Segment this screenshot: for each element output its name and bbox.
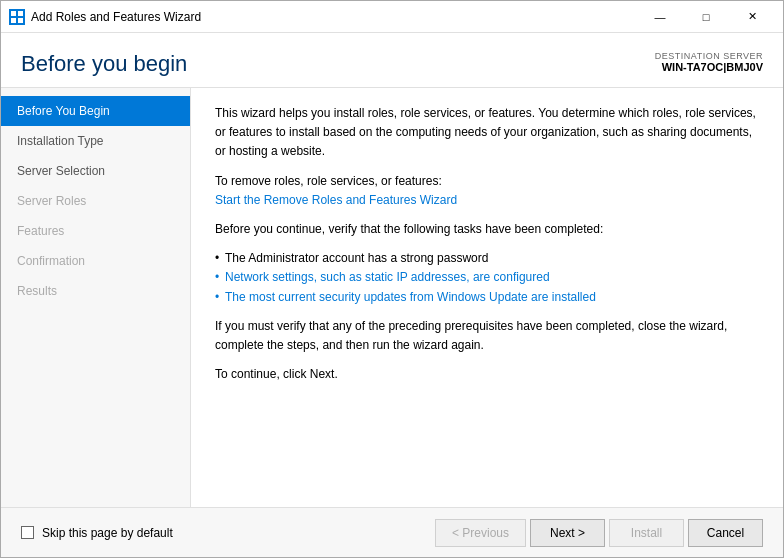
prerequisite-note: If you must verify that any of the prece… [215, 317, 759, 355]
maximize-button[interactable]: □ [683, 3, 729, 31]
sidebar-item-server-selection[interactable]: Server Selection [1, 156, 190, 186]
verify-paragraph: Before you continue, verify that the fol… [215, 220, 759, 239]
skip-page-label: Skip this page by default [42, 526, 173, 540]
wizard-window: Add Roles and Features Wizard — □ ✕ Befo… [0, 0, 784, 558]
bullet-item-1: The Administrator account has a strong p… [215, 249, 759, 268]
previous-button[interactable]: < Previous [435, 519, 526, 547]
svg-rect-2 [11, 18, 16, 23]
page-title: Before you begin [21, 51, 187, 77]
install-button[interactable]: Install [609, 519, 684, 547]
wizard-sidebar: Before You Begin Installation Type Serve… [1, 88, 191, 507]
remove-link[interactable]: Start the Remove Roles and Features Wiza… [215, 193, 457, 207]
cancel-button[interactable]: Cancel [688, 519, 763, 547]
wizard-footer: Skip this page by default < Previous Nex… [1, 507, 783, 557]
minimize-button[interactable]: — [637, 3, 683, 31]
sidebar-item-results: Results [1, 276, 190, 306]
footer-buttons: < Previous Next > Install Cancel [435, 519, 763, 547]
wizard-header: Before you begin DESTINATION SERVER WIN-… [1, 33, 783, 88]
close-button[interactable]: ✕ [729, 3, 775, 31]
app-icon [9, 9, 25, 25]
skip-page-checkbox[interactable] [21, 526, 34, 539]
svg-rect-1 [18, 11, 23, 16]
sidebar-item-installation-type[interactable]: Installation Type [1, 126, 190, 156]
destination-server-info: DESTINATION SERVER WIN-TA7OC|BMJ0V [655, 51, 763, 73]
sidebar-item-features: Features [1, 216, 190, 246]
svg-rect-0 [11, 11, 16, 16]
sidebar-item-confirmation: Confirmation [1, 246, 190, 276]
sidebar-item-server-roles: Server Roles [1, 186, 190, 216]
bullet-item-2: Network settings, such as static IP addr… [215, 268, 759, 287]
continue-note: To continue, click Next. [215, 365, 759, 384]
content-area: This wizard helps you install roles, rol… [191, 88, 783, 507]
svg-rect-3 [18, 18, 23, 23]
sidebar-item-before-you-begin[interactable]: Before You Begin [1, 96, 190, 126]
bullet-item-3: The most current security updates from W… [215, 288, 759, 307]
footer-left: Skip this page by default [21, 526, 435, 540]
title-bar: Add Roles and Features Wizard — □ ✕ [1, 1, 783, 33]
window-title: Add Roles and Features Wizard [31, 10, 637, 24]
main-content: Before You Begin Installation Type Serve… [1, 88, 783, 507]
window-controls: — □ ✕ [637, 3, 775, 31]
next-button[interactable]: Next > [530, 519, 605, 547]
server-name: WIN-TA7OC|BMJ0V [655, 61, 763, 73]
remove-text: To remove roles, role services, or featu… [215, 174, 442, 188]
intro-paragraph: This wizard helps you install roles, rol… [215, 104, 759, 162]
remove-paragraph: To remove roles, role services, or featu… [215, 172, 759, 210]
prerequisites-list: The Administrator account has a strong p… [215, 249, 759, 307]
destination-label: DESTINATION SERVER [655, 51, 763, 61]
